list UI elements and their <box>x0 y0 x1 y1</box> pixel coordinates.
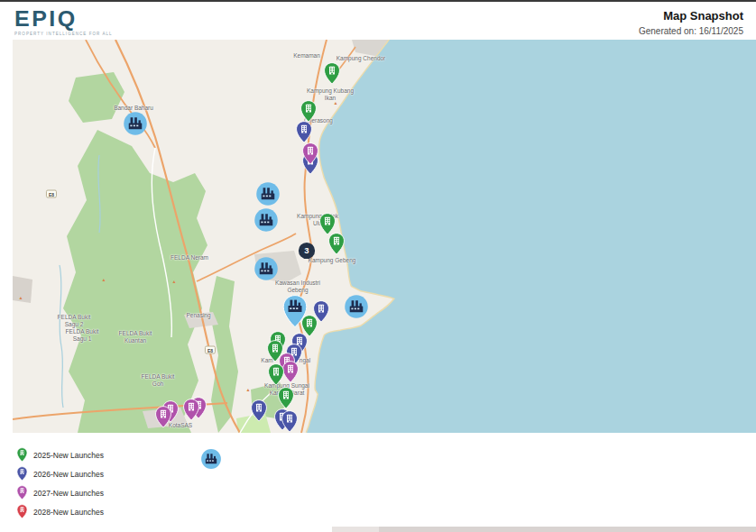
peak-icon: ▲ <box>102 278 106 282</box>
legend-pin-icon-2028 <box>16 504 28 519</box>
map-place-label: Goh <box>152 381 163 388</box>
launch-pin-2027[interactable] <box>182 399 200 421</box>
launch-pin-2025[interactable] <box>323 62 341 85</box>
launch-pin-2027[interactable] <box>154 406 172 428</box>
map-place-label: Kampung Chendor <box>337 56 386 62</box>
report-header: Map Snapshot Generated on: 16/11/2025 <box>639 9 743 36</box>
sea <box>307 40 756 433</box>
cluster-marker-icon[interactable] <box>201 449 222 470</box>
peak-icon: ▲ <box>172 280 177 284</box>
map-place-label: FELDA Bukit <box>58 315 91 321</box>
legend-label: 2026-New Launches <box>33 470 104 479</box>
legend-label: 2027-New Launches <box>33 489 104 498</box>
cluster-marker-icon[interactable] <box>256 182 281 206</box>
logo-tagline: PROPERTY INTELLIGENCE FOR ALL <box>14 32 113 36</box>
launch-pin-2025[interactable] <box>277 387 295 409</box>
launch-pin-2025[interactable] <box>327 233 346 255</box>
cluster-marker-icon[interactable] <box>254 257 279 281</box>
map-place-label: FELDA Neram <box>171 255 208 261</box>
map-place-label: FELDA Bukit <box>66 329 99 335</box>
bottom-scrollbar-light-segment <box>332 527 379 532</box>
legend-item-2027: 2027-New Launches <box>16 483 104 502</box>
map-place-label: Kemaman <box>293 53 320 60</box>
page: { "header": { "logo_text": "EPIQ", "logo… <box>0 0 756 532</box>
logo-text: EPIQ <box>14 8 113 30</box>
road-shield-e8: E8 <box>205 346 216 354</box>
launch-pin-2026[interactable] <box>281 410 299 433</box>
map-place-label: Gebeng <box>287 288 308 294</box>
peak-icon: ▲ <box>19 296 23 300</box>
map-canvas[interactable] <box>13 40 756 433</box>
map-place-label: Kawasan Industri <box>275 280 320 287</box>
launch-pin-2025[interactable] <box>300 100 318 123</box>
cluster-marker-icon[interactable] <box>345 295 369 319</box>
launch-pin-2026[interactable] <box>295 121 313 143</box>
cluster-marker-icon[interactable] <box>254 208 279 233</box>
legend-item-2026: 2026-New Launches <box>16 464 104 483</box>
map-place-label: FELDA Bukit <box>142 374 175 381</box>
map-place-label: Kuantan <box>124 338 146 344</box>
page-title: Map Snapshot <box>639 9 743 23</box>
peak-icon: ▲ <box>334 101 338 105</box>
generated-on-text: Generated on: 16/11/2025 <box>639 26 743 36</box>
legend-label: 2025-New Launches <box>33 451 104 460</box>
legend-item-2028: 2028-New Launches <box>16 502 104 521</box>
map-place-label: Bandar Baharu <box>114 105 153 112</box>
epiq-logo: EPIQ PROPERTY INTELLIGENCE FOR ALL <box>14 7 113 36</box>
road-shield-e8: E8 <box>46 190 57 198</box>
legend: 2025-New Launches2026-New Launches2027-N… <box>16 445 104 521</box>
map-place-label: FELDA Bukit <box>119 331 152 337</box>
map-place-label: Sagu 1 <box>73 336 92 343</box>
legend-pin-icon-2027 <box>16 485 28 500</box>
legend-label: 2028-New Launches <box>33 508 104 517</box>
cluster-count-marker[interactable]: 3 <box>299 243 316 260</box>
legend-pin-icon-2025 <box>16 447 28 463</box>
cluster-marker-icon[interactable] <box>124 112 148 136</box>
map-place-label: Sagu 2 <box>65 322 84 328</box>
legend-pin-icon-2026 <box>16 466 28 482</box>
launch-pin-2026[interactable] <box>250 399 268 422</box>
peak-icon: ▲ <box>246 388 251 392</box>
launch-pin-2025[interactable] <box>267 363 285 386</box>
svg-text:3: 3 <box>304 245 309 255</box>
bottom-scrollbar[interactable] <box>332 527 756 532</box>
map-place-label: Kampung Gebeng <box>309 258 356 264</box>
launch-pin-2027[interactable] <box>301 142 319 165</box>
map-place-label: Kampung Kubang <box>307 88 354 95</box>
legend-item-2025: 2025-New Launches <box>16 445 104 464</box>
map-place-label: Penasing <box>186 313 210 319</box>
map-tiles <box>13 40 756 433</box>
